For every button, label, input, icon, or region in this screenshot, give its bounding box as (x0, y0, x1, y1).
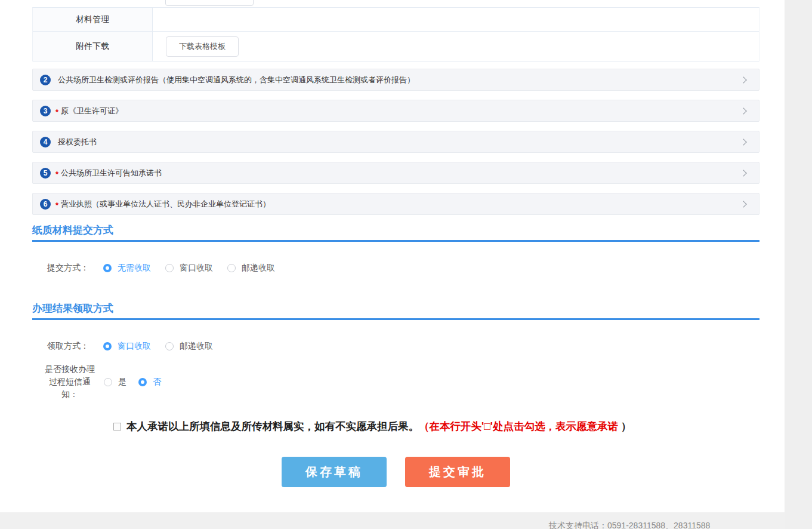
support-phone-text: 技术支持电话：0591-28311588、28311588 (549, 521, 710, 529)
material-manage-label: 材料管理 (33, 8, 153, 31)
commitment-text-black: 本人承诺以上所填信息及所传材料属实，如有不实愿承担后果。 (126, 420, 419, 432)
item-number-badge: 2 (40, 75, 51, 85)
accordion-title: 公共场所卫生检测或评价报告（使用集中空调通风系统的，含集中空调通风系统卫生检测或… (58, 75, 415, 85)
radio-option-sms-no[interactable]: 否 (138, 377, 161, 387)
radio-option-no-collect[interactable]: 无需收取 (103, 263, 151, 273)
radio-checked-icon[interactable] (103, 342, 112, 350)
accordion-item-4[interactable]: 4 授权委托书 (32, 131, 759, 153)
radio-option-mail-pickup[interactable]: 邮递收取 (165, 341, 213, 352)
radio-checked-icon[interactable] (138, 378, 147, 386)
pickup-method-label: 领取方式： (47, 341, 89, 352)
chevron-right-icon (740, 201, 746, 207)
accordion-item-5[interactable]: 5 * 公共场所卫生许可告知承诺书 (32, 162, 759, 184)
sms-notify-options: 是 否 (104, 377, 173, 387)
accordion-title: 公共场所卫生许可告知承诺书 (61, 168, 162, 179)
required-asterisk: * (55, 107, 58, 116)
sms-notify-label: 是否接收办理过程短信通知： (44, 363, 96, 401)
attachment-download-label: 附件下载 (33, 32, 153, 61)
page: 材料管理 附件下载 下载表格模板 2 公共场所卫生检测或评价报告（使用集中空调通… (0, 0, 812, 529)
pickup-method-row: 领取方式： 窗口收取 邮递收取 (47, 341, 227, 352)
radio-option-window-collect[interactable]: 窗口收取 (165, 263, 213, 273)
accordion-title: 原《卫生许可证》 (61, 106, 123, 116)
radio-option-mail-collect[interactable]: 邮递收取 (227, 263, 275, 273)
item-number-badge: 3 (40, 106, 51, 116)
radio-unchecked-icon[interactable] (104, 378, 112, 386)
material-info-table: 材料管理 附件下载 下载表格模板 (32, 7, 759, 61)
download-template-button[interactable]: 下载表格模板 (166, 36, 239, 57)
table-row: 材料管理 (33, 8, 759, 32)
section-rule (32, 240, 759, 242)
submit-method-label: 提交方式： (47, 263, 89, 273)
item-number-badge: 4 (40, 137, 51, 147)
accordion-item-2[interactable]: 2 公共场所卫生检测或评价报告（使用集中空调通风系统的，含集中空调通风系统卫生检… (32, 69, 759, 91)
required-asterisk: * (55, 201, 58, 210)
accordion-title: 营业执照（或事业单位法人证书、民办非企业单位登记证书） (61, 199, 270, 210)
radio-option-sms-yes[interactable]: 是 (104, 377, 126, 387)
commitment-text-red: （在本行开头'□'处点击勾选，表示愿意承诺 (419, 420, 618, 432)
attachment-download-value: 下载表格模板 (153, 32, 759, 61)
chevron-right-icon (740, 107, 746, 114)
accordion-item-3[interactable]: 3 * 原《卫生许可证》 (32, 100, 759, 122)
radio-unchecked-icon[interactable] (165, 342, 174, 350)
material-manage-value (153, 8, 759, 31)
radio-checked-icon[interactable] (103, 264, 112, 272)
truncated-input[interactable] (165, 0, 254, 6)
radio-option-window-pickup[interactable]: 窗口收取 (103, 341, 151, 352)
submit-method-row: 提交方式： 无需收取 窗口收取 邮递收取 (47, 263, 289, 273)
required-asterisk: * (55, 170, 58, 179)
accordion-item-6[interactable]: 6 * 营业执照（或事业单位法人证书、民办非企业单位登记证书） (32, 193, 759, 215)
table-row: 附件下载 下载表格模板 (33, 32, 759, 61)
scrollbar-gutter[interactable] (785, 0, 812, 529)
chevron-right-icon (740, 76, 746, 83)
section-title-paper-submit: 纸质材料提交方式 (32, 223, 113, 237)
commitment-text: 本人承诺以上所填信息及所传材料属实，如有不实愿承担后果。（在本行开头'□'处点击… (126, 419, 631, 433)
item-number-badge: 6 (40, 199, 51, 210)
commitment-checkbox[interactable] (113, 423, 121, 430)
item-number-badge: 5 (40, 168, 51, 179)
section-rule (32, 318, 759, 320)
radio-unchecked-icon[interactable] (227, 264, 236, 272)
chevron-right-icon (740, 139, 746, 145)
save-draft-button[interactable]: 保存草稿 (282, 457, 387, 487)
accordion-title: 授权委托书 (58, 137, 97, 147)
section-title-result-pickup: 办理结果领取方式 (32, 302, 113, 315)
radio-unchecked-icon[interactable] (165, 264, 174, 272)
commitment-text-suffix: ） (618, 420, 631, 432)
submit-approval-button[interactable]: 提交审批 (405, 457, 510, 487)
chevron-right-icon (740, 170, 746, 176)
commitment-row: 本人承诺以上所填信息及所传材料属实，如有不实愿承担后果。（在本行开头'□'处点击… (113, 419, 631, 433)
page-footer: 技术支持电话：0591-28311588、28311588 (0, 512, 812, 529)
